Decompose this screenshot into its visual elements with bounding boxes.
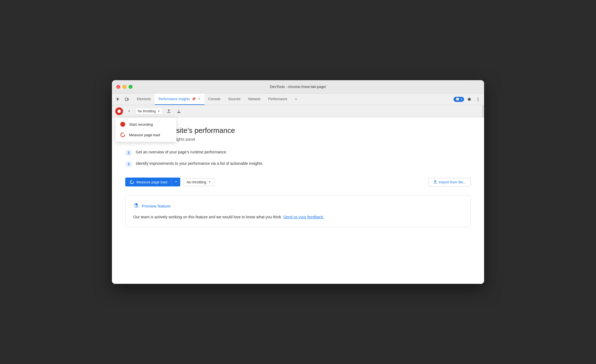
- svg-point-4: [478, 100, 479, 101]
- step-item-3: 3 Identify improvements to your performa…: [125, 161, 471, 168]
- tab-network[interactable]: Network: [244, 93, 264, 105]
- tab-performance-insights[interactable]: Performance insights 📌 ✕: [155, 93, 204, 105]
- record-button[interactable]: [115, 107, 123, 115]
- preview-card-header: ⚗ Preview feature: [133, 202, 463, 209]
- toolbar: No throttling: [112, 105, 484, 117]
- main-content: hts on your website's performance race i…: [112, 117, 484, 284]
- tab-bar: Elements Performance insights 📌 ✕ Consol…: [112, 93, 484, 105]
- svg-point-6: [130, 180, 134, 184]
- steps-list: 2 Get an overview of your page's runtime…: [125, 149, 471, 168]
- window-title: DevTools - chrome://new-tab-page/: [270, 85, 326, 89]
- tab-close-icon[interactable]: ✕: [198, 97, 201, 101]
- page-title: hts on your website's performance: [125, 126, 471, 135]
- more-options-icon[interactable]: [474, 95, 482, 103]
- actions-row: Measure page load No throttling: [125, 178, 471, 186]
- devtools-container: Elements Performance insights 📌 ✕ Consol…: [112, 93, 484, 284]
- tabs-list: Elements Performance insights 📌 ✕ Consol…: [133, 93, 454, 105]
- step-number-3: 3: [125, 161, 132, 168]
- measure-page-load-dropdown[interactable]: [172, 178, 180, 186]
- tab-bar-right: 💬 3: [454, 93, 482, 105]
- svg-rect-0: [125, 98, 127, 101]
- tab-bar-left: [114, 93, 131, 105]
- svg-point-2: [478, 97, 479, 98]
- svg-rect-1: [127, 98, 129, 100]
- scrollbar-track: [482, 105, 484, 117]
- dropdown-menu: Start recording Measure page load: [115, 117, 176, 142]
- throttle-selector-toolbar[interactable]: No throttling: [135, 108, 163, 115]
- tab-sources[interactable]: Sources: [224, 93, 244, 105]
- measure-page-load-button[interactable]: Measure page load: [125, 178, 172, 186]
- close-button[interactable]: [116, 85, 120, 89]
- step-item-2: 2 Get an overview of your page's runtime…: [125, 149, 471, 156]
- cursor-icon[interactable]: [114, 95, 122, 103]
- flask-icon: ⚗: [133, 202, 139, 209]
- feedback-icon: 💬: [455, 97, 460, 101]
- tab-performance[interactable]: Performance: [264, 93, 291, 105]
- dropdown-start-recording[interactable]: Start recording: [115, 119, 176, 130]
- chevron-right-icon: »: [295, 97, 297, 101]
- dropdown-measure-page-load[interactable]: Measure page load: [115, 130, 176, 140]
- traffic-lights: [116, 85, 132, 89]
- pin-icon: 📌: [192, 97, 196, 101]
- device-toolbar-icon[interactable]: [123, 95, 131, 103]
- settings-icon[interactable]: [465, 95, 473, 103]
- minimize-button[interactable]: [122, 85, 126, 89]
- preview-card-title: Preview feature: [142, 204, 171, 208]
- refresh-icon: [120, 132, 125, 137]
- devtools-window: DevTools - chrome://new-tab-page/: [112, 80, 484, 284]
- tab-console[interactable]: Console: [204, 93, 224, 105]
- preview-card: ⚗ Preview feature Our team is actively w…: [125, 195, 471, 227]
- record-dot: [117, 110, 121, 113]
- svg-point-5: [121, 133, 125, 137]
- record-circle-icon: [120, 122, 125, 127]
- tab-elements[interactable]: Elements: [133, 93, 155, 105]
- page-subtitle: race into the Performance Insights panel: [125, 137, 471, 141]
- feedback-link[interactable]: Send us your feedback.: [283, 215, 324, 219]
- preview-card-text: Our team is actively working on this fea…: [133, 214, 463, 220]
- maximize-button[interactable]: [129, 85, 132, 89]
- download-icon[interactable]: [175, 107, 183, 115]
- import-from-file-button[interactable]: Import from file...: [429, 178, 471, 186]
- upload-icon[interactable]: [165, 107, 173, 115]
- step-number-2: 2: [125, 150, 132, 156]
- measure-btn-group: Measure page load: [125, 178, 180, 186]
- title-bar: DevTools - chrome://new-tab-page/: [112, 80, 484, 93]
- svg-point-3: [478, 99, 479, 100]
- tab-more[interactable]: »: [291, 93, 301, 105]
- feedback-badge[interactable]: 💬 3: [454, 97, 464, 102]
- throttle-selector-main[interactable]: No throttling: [184, 178, 214, 186]
- record-dropdown-button[interactable]: [125, 107, 133, 115]
